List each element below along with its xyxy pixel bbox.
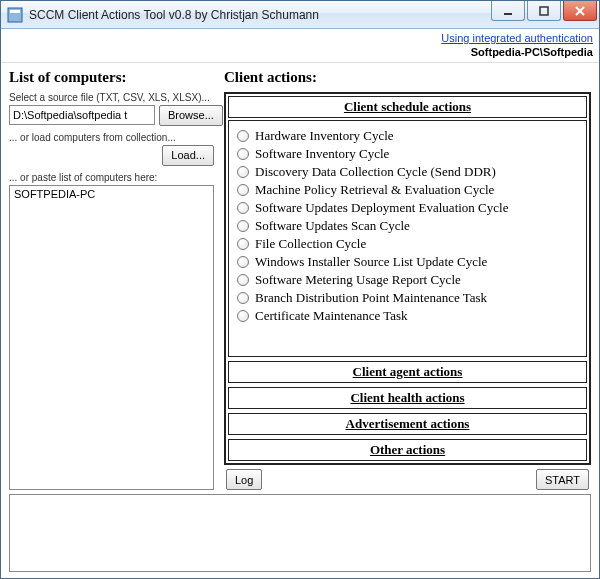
schedule-option[interactable]: Discovery Data Collection Cycle (Send DD… <box>237 163 578 181</box>
content-area: List of computers: Select a source file … <box>1 63 599 578</box>
svg-rect-1 <box>10 10 20 13</box>
section-schedule-body: Hardware Inventory CycleSoftware Invento… <box>228 120 587 357</box>
section-advertisement-header[interactable]: Advertisement actions <box>228 413 587 435</box>
close-button[interactable] <box>563 1 597 21</box>
schedule-option[interactable]: Windows Installer Source List Update Cyc… <box>237 253 578 271</box>
radio-icon <box>237 310 249 322</box>
schedule-option[interactable]: File Collection Cycle <box>237 235 578 253</box>
schedule-option[interactable]: Certificate Maintenance Task <box>237 307 578 325</box>
schedule-option[interactable]: Hardware Inventory Cycle <box>237 127 578 145</box>
section-other-header[interactable]: Other actions <box>228 439 587 461</box>
source-file-input[interactable] <box>9 105 155 125</box>
schedule-option-label: Certificate Maintenance Task <box>255 308 408 324</box>
identity-label: Softpedia-PC\Softpedia <box>7 45 593 59</box>
schedule-option-label: Software Metering Usage Report Cycle <box>255 272 461 288</box>
app-window: SCCM Client Actions Tool v0.8 by Christj… <box>0 0 600 579</box>
computers-textarea[interactable]: SOFTPEDIA-PC <box>9 185 214 490</box>
collection-label: ... or load computers from collection... <box>9 132 214 143</box>
section-schedule-header[interactable]: Client schedule actions <box>228 96 587 118</box>
computers-heading: List of computers: <box>9 69 214 86</box>
actions-panel: Client actions: Client schedule actions … <box>224 67 591 490</box>
section-agent-header[interactable]: Client agent actions <box>228 361 587 383</box>
start-button[interactable]: START <box>536 469 589 490</box>
load-button[interactable]: Load... <box>162 145 214 166</box>
schedule-option[interactable]: Software Updates Scan Cycle <box>237 217 578 235</box>
schedule-option-label: Software Updates Scan Cycle <box>255 218 410 234</box>
auth-status-bar: Using integrated authentication Softpedi… <box>1 29 599 63</box>
schedule-option-label: File Collection Cycle <box>255 236 366 252</box>
log-output[interactable] <box>9 494 591 572</box>
browse-button[interactable]: Browse... <box>159 105 223 126</box>
actions-frame: Client schedule actions Hardware Invento… <box>224 92 591 465</box>
log-button[interactable]: Log <box>226 469 262 490</box>
schedule-option-label: Machine Policy Retrieval & Evaluation Cy… <box>255 182 494 198</box>
radio-icon <box>237 184 249 196</box>
schedule-option[interactable]: Branch Distribution Point Maintenance Ta… <box>237 289 578 307</box>
schedule-option-label: Software Updates Deployment Evaluation C… <box>255 200 508 216</box>
schedule-option-label: Branch Distribution Point Maintenance Ta… <box>255 290 487 306</box>
radio-icon <box>237 238 249 250</box>
radio-icon <box>237 292 249 304</box>
computers-panel: List of computers: Select a source file … <box>9 67 214 490</box>
schedule-option-label: Hardware Inventory Cycle <box>255 128 394 144</box>
section-health-header[interactable]: Client health actions <box>228 387 587 409</box>
paste-label: ... or paste list of computers here: <box>9 172 214 183</box>
svg-rect-3 <box>540 7 548 15</box>
schedule-option-label: Windows Installer Source List Update Cyc… <box>255 254 487 270</box>
radio-icon <box>237 274 249 286</box>
radio-icon <box>237 148 249 160</box>
source-file-label: Select a source file (TXT, CSV, XLS, XLS… <box>9 92 214 103</box>
actions-heading: Client actions: <box>224 69 591 86</box>
minimize-button[interactable] <box>491 1 525 21</box>
maximize-button[interactable] <box>527 1 561 21</box>
window-buttons <box>491 1 599 28</box>
radio-icon <box>237 202 249 214</box>
radio-icon <box>237 166 249 178</box>
schedule-option-label: Discovery Data Collection Cycle (Send DD… <box>255 164 496 180</box>
schedule-option[interactable]: Software Inventory Cycle <box>237 145 578 163</box>
schedule-option[interactable]: Software Metering Usage Report Cycle <box>237 271 578 289</box>
window-title: SCCM Client Actions Tool v0.8 by Christj… <box>29 8 491 22</box>
title-bar: SCCM Client Actions Tool v0.8 by Christj… <box>1 1 599 29</box>
radio-icon <box>237 256 249 268</box>
radio-icon <box>237 130 249 142</box>
schedule-option-label: Software Inventory Cycle <box>255 146 389 162</box>
app-icon <box>7 7 23 23</box>
radio-icon <box>237 220 249 232</box>
schedule-option[interactable]: Software Updates Deployment Evaluation C… <box>237 199 578 217</box>
auth-mode-link[interactable]: Using integrated authentication <box>441 32 593 44</box>
schedule-option[interactable]: Machine Policy Retrieval & Evaluation Cy… <box>237 181 578 199</box>
